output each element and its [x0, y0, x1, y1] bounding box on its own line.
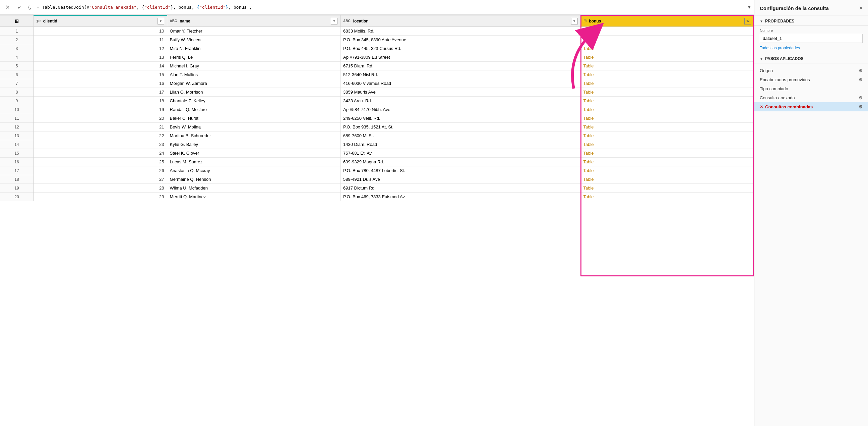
cell-name: Baker C. Hurst [167, 114, 340, 123]
filter-button-location[interactable]: ▼ [571, 18, 578, 25]
cell-location: P.O. Box 935, 1521 At, St. [341, 123, 581, 132]
cell-location: 6715 Diam. Rd. [341, 62, 581, 70]
filter-button-clientid[interactable]: ▼ [157, 18, 164, 25]
step-item-consulta-anexada[interactable]: Consulta anexada ⚙ [754, 93, 868, 102]
table-row: 18 27 Germaine Q. Henson 589-4921 Duis A… [0, 175, 754, 184]
table-row: 9 18 Chantale Z. Kelley 3433 Arcu. Rd. T… [0, 96, 754, 105]
type-icon-location: ABC [343, 19, 350, 23]
cell-location: P.O. Box 780, 4487 Lobortis, St. [341, 166, 581, 175]
cell-bonus[interactable]: Table [581, 158, 754, 166]
cell-rownum: 18 [0, 175, 34, 184]
cell-rownum: 1 [0, 27, 34, 35]
step-gear-origen[interactable]: ⚙ [859, 68, 863, 73]
expand-button-bonus[interactable]: ⇅ [744, 18, 751, 25]
section-header-steps[interactable]: ▼ PASOS APLICADOS [754, 53, 868, 63]
right-panel-title: Configuración de la consulta [760, 5, 829, 11]
table-row: 19 28 Wilma U. Mcfadden 6917 Dictum Rd. … [0, 184, 754, 193]
cell-bonus[interactable]: Table [581, 44, 754, 53]
cell-bonus[interactable]: Table [581, 132, 754, 140]
step-item-encabezados[interactable]: Encabezados promovidos ⚙ [754, 75, 868, 84]
cell-rownum: 7 [0, 79, 34, 88]
cell-clientid: 18 [33, 96, 167, 105]
cell-bonus[interactable]: Table [581, 96, 754, 105]
cell-location: P.O. Box 445, 323 Cursus Rd. [341, 44, 581, 53]
cell-rownum: 14 [0, 140, 34, 149]
cell-name: Martina B. Schroeder [167, 132, 340, 140]
cell-bonus[interactable]: Table [581, 149, 754, 158]
col-label-location: location [353, 19, 569, 24]
cell-clientid: 24 [33, 149, 167, 158]
cell-name: Omar Y. Fletcher [167, 27, 340, 35]
table-body: 1 10 Omar Y. Fletcher 6833 Mollis. Rd. T… [0, 27, 754, 201]
cancel-button[interactable]: ✕ [3, 3, 12, 12]
type-icon-bonus: ⊞ [584, 19, 587, 23]
step-item-origen[interactable]: Origen ⚙ [754, 66, 868, 75]
cell-bonus[interactable]: Table [581, 123, 754, 132]
section-header-properties[interactable]: ▼ PROPIEDADES [754, 16, 868, 26]
cell-location: Ap #791-3809 Eu Street [341, 53, 581, 62]
cell-rownum: 2 [0, 35, 34, 44]
cell-rownum: 8 [0, 88, 34, 96]
step-gear-encabezados[interactable]: ⚙ [859, 77, 863, 82]
cell-bonus[interactable]: Table [581, 53, 754, 62]
step-label-consultas-combinadas: ✕ Consultas combinadas [760, 104, 813, 109]
right-panel-close-button[interactable]: × [859, 5, 863, 12]
cell-location: 3433 Arcu. Rd. [341, 96, 581, 105]
cell-rownum: 3 [0, 44, 34, 53]
cell-name: Mira N. Franklin [167, 44, 340, 53]
cell-bonus[interactable]: Table [581, 140, 754, 149]
cell-bonus[interactable]: Table [581, 105, 754, 114]
formula-input[interactable]: = Table.NestedJoin(#"Consulta anexada", … [35, 4, 744, 10]
cell-clientid: 17 [33, 88, 167, 96]
steps-list: Origen ⚙ Encabezados promovidos ⚙ Tipo c… [754, 63, 868, 114]
formula-expand-button[interactable]: ▼ [747, 5, 751, 10]
cell-rownum: 15 [0, 149, 34, 158]
table-row: 5 14 Michael I. Gray 6715 Diam. Rd. Tabl… [0, 62, 754, 70]
cell-location: 757-681 Et, Av. [341, 149, 581, 158]
cell-name: Morgan W. Zamora [167, 79, 340, 88]
all-props-link[interactable]: Todas las propiedades [754, 46, 868, 53]
cell-name: Anastasia Q. Mccray [167, 166, 340, 175]
cell-bonus[interactable]: Table [581, 184, 754, 193]
type-icon-clientid: 1²³ [36, 20, 40, 23]
cell-bonus[interactable]: Table [581, 114, 754, 123]
cell-bonus[interactable]: Table [581, 35, 754, 44]
cell-bonus[interactable]: Table [581, 88, 754, 96]
cell-bonus[interactable]: Table [581, 27, 754, 35]
cell-bonus[interactable]: Table [581, 175, 754, 184]
cell-clientid: 19 [33, 105, 167, 114]
prop-input-nombre[interactable] [760, 34, 863, 43]
table-row: 10 19 Randall Q. Mcclure Ap #584-7470 Ni… [0, 105, 754, 114]
main-content: ✕ ✓ fx = Table.NestedJoin(#"Consulta ane… [0, 0, 754, 426]
cell-location: 3859 Mauris Ave [341, 88, 581, 96]
cell-location: 416-6030 Vivamus Road [341, 79, 581, 88]
step-item-tipo[interactable]: Tipo cambiado [754, 84, 868, 93]
filter-button-name[interactable]: ▼ [331, 18, 338, 25]
cell-bonus[interactable]: Table [581, 166, 754, 175]
cell-location: 249-6250 Velit. Rd. [341, 114, 581, 123]
col-header-name: ABC name ▼ [167, 16, 340, 27]
cell-bonus[interactable]: Table [581, 62, 754, 70]
cell-location: 6833 Mollis. Rd. [341, 27, 581, 35]
confirm-button[interactable]: ✓ [15, 3, 24, 12]
table-row: 1 10 Omar Y. Fletcher 6833 Mollis. Rd. T… [0, 27, 754, 35]
col-label-clientid: clientId [43, 19, 155, 24]
cell-location: P.O. Box 345, 8390 Ante Avenue [341, 35, 581, 44]
step-name-tipo: Tipo cambiado [760, 86, 788, 91]
formula-bar: ✕ ✓ fx = Table.NestedJoin(#"Consulta ane… [0, 0, 754, 15]
cell-bonus[interactable]: Table [581, 70, 754, 79]
cell-location: Ap #584-7470 Nibh. Ave [341, 105, 581, 114]
cell-name: Kylie G. Bailey [167, 140, 340, 149]
cell-name: Michael I. Gray [167, 62, 340, 70]
table-row: 11 20 Baker C. Hurst 249-6250 Velit. Rd.… [0, 114, 754, 123]
col-header-bonus: ⊞ bonus ⇅ [581, 16, 754, 27]
table-icon: ⊞ [15, 19, 19, 24]
cell-bonus[interactable]: Table [581, 79, 754, 88]
step-name-consulta-anexada: Consulta anexada [760, 95, 795, 100]
cell-name: Randall Q. Mcclure [167, 105, 340, 114]
cell-rownum: 12 [0, 123, 34, 132]
step-gear-consulta-anexada[interactable]: ⚙ [859, 95, 863, 100]
step-item-consultas-combinadas[interactable]: ✕ Consultas combinadas ⚙ [754, 102, 868, 111]
cell-bonus[interactable]: Table [581, 193, 754, 201]
step-gear-consultas-combinadas[interactable]: ⚙ [859, 104, 863, 109]
